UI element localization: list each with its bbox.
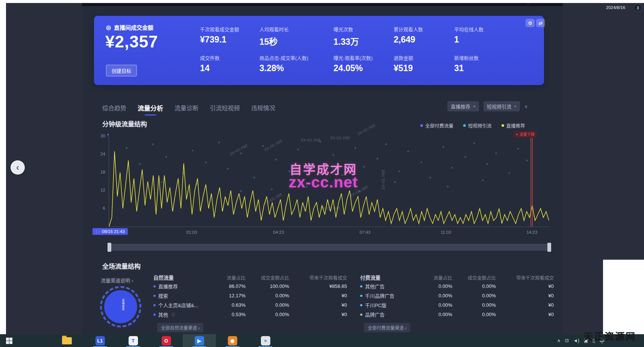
tab-3[interactable]: 流量诊断 [174,103,199,116]
column-header: 流量占比 [417,274,452,281]
overall-section-title: 全场流量结构 [102,261,141,271]
column-header: 流量占比 [210,274,245,281]
metric-value: 3.28% [259,63,331,73]
row-name: 千川品牌广告 [360,292,417,299]
swap-icon[interactable]: ⇄ [536,19,545,27]
settings-gear-icon[interactable]: ⚙ [526,19,535,27]
row-value: ¥0 [289,293,347,298]
row-dot [153,295,156,297]
input-method-indicator[interactable]: 中 [600,337,605,344]
time-cursor-badge[interactable]: ⋮⋮ 08/15 21:43 [92,228,128,235]
y-tick-label: 18 [90,170,105,174]
chevron-down-icon[interactable]: ∨ [524,104,528,109]
row-value: 0.00% [452,302,496,308]
row-dot [153,314,156,316]
x-tick-label: 11:03 [433,230,459,234]
taskbar-app-explorer[interactable] [50,334,83,347]
column-header: 带来千次观看成交 [496,274,554,281]
x-tick-label: 14:23 [519,230,545,234]
row-label: 其他 [158,311,168,318]
image-icon[interactable]: ▣ [584,338,588,343]
channel-explain-label: 流量渠道说明 [101,278,130,283]
row-value: 86.07% [210,283,245,289]
table-row: 品牌广告0.00%0.00%¥0 [360,310,554,319]
taskbar-app-notepad[interactable]: ≡ [249,334,282,347]
row-value: ¥0 [289,312,347,317]
row-value: 0.00% [417,293,452,298]
row-name: 搜索 [153,292,210,299]
all-natural-channels-link[interactable]: 全部自然流量渠道 › [157,323,203,332]
mic-icon[interactable]: ▯ [592,338,595,343]
app-l1-icon: L1 [95,336,105,345]
row-name: 千川PC版 [360,301,417,309]
info-icon[interactable]: ⓘ [171,312,175,317]
row-label: 搜索 [158,292,168,299]
row-dot [360,285,362,288]
metric: 商品点击-成交率(人数)3.28% [259,54,331,73]
legend-item[interactable]: 直播推荐 [502,122,525,129]
traffic-line-chart[interactable] [109,136,549,227]
row-value: 0.00% [417,283,452,289]
display-icon[interactable]: ⊡ [565,338,569,343]
taskbar-app-app-l1[interactable]: L1 [83,334,117,347]
table-header-row: 自然流量流量占比成交金额占比带来千次观看成交 [153,273,347,282]
donut-label: 直播推荐 [121,299,125,311]
tab-1[interactable]: 综合趋势 [102,103,126,116]
chart-range-slider[interactable] [109,244,550,251]
all-paid-channels-link[interactable]: 全部付费流量渠道 › [364,323,410,332]
back-button[interactable]: ‹ [11,160,25,175]
row-value: 12.17% [210,293,245,298]
table-row: 其他广告0.00%0.00%¥0 [360,282,554,291]
legend-item[interactable]: 全部付费流量 [420,122,453,129]
metric-label: 新增粉丝数 [454,54,526,61]
slider-handle-left[interactable] [108,243,111,252]
table-row: 其他ⓘ0.53%0.00%¥0 [153,310,347,319]
close-icon[interactable]: × [473,104,476,109]
chevron-up-icon[interactable]: ∧ [557,338,561,343]
filter-tag-label: 短视频引流 [487,103,511,110]
table-row: 个人主页&店铺&...0.63%0.00%¥0 [153,300,347,310]
filter-tag[interactable]: 短视频引流× [483,101,520,111]
row-dot [153,285,156,288]
column-header: 成交金额占比 [245,274,289,281]
filter-tag[interactable]: 直播推荐× [447,101,479,111]
y-tick-label: 12 [90,188,105,192]
notification-badge[interactable]: 3 [634,4,642,12]
windows-logo-icon [6,338,12,344]
table-title: 自然流量 [153,274,210,281]
tab-4[interactable]: 引流短视频 [210,103,240,116]
taskbar-app-teams[interactable]: T [117,334,150,347]
traffic-donut-chart[interactable]: 直播推荐 [100,286,141,327]
tab-5[interactable]: 违规情况 [251,103,275,116]
legend-item[interactable]: 短视频引流 [463,122,492,129]
row-value: 0.00% [245,293,289,298]
table-row: 搜索12.17%0.00%¥0 [153,291,347,300]
row-value: 0.00% [417,312,452,317]
window-controls[interactable]: ⋯ [526,2,531,6]
legend-label: 短视频引流 [468,122,492,129]
taskbar-app-oracle[interactable]: O [150,334,183,347]
speaker-icon[interactable]: ◄) [573,338,579,343]
taskbar-app-camera[interactable]: ◉ [216,334,249,347]
drag-handle-icon: ⋮⋮ [95,230,100,233]
teams-icon: T [129,336,138,345]
row-value: 0.00% [452,293,496,298]
warning-triangle-icon: ▲ [515,132,518,136]
taskbar-app-browser[interactable]: ▶ [183,334,216,347]
close-icon[interactable]: × [514,104,517,109]
y-tick-label: 24 [90,152,105,156]
filter-tag-label: 直播推荐 [451,103,470,110]
tab-2[interactable]: 流量分析 [138,103,163,116]
row-value: 0.63% [210,302,245,308]
metric-value: 15秒 [259,35,331,47]
row-value: ¥0 [289,302,347,308]
chevron-right-icon: › [132,278,133,283]
start-button[interactable] [0,334,18,347]
annotation-text: 流量下降 [520,131,535,137]
channel-explain-link[interactable]: 流量渠道说明 › [101,277,133,284]
row-value: 0.00% [452,283,496,289]
table-row: 千川PC版0.00%0.00%¥0 [360,300,554,310]
slider-handle-right[interactable] [547,243,551,252]
taskbar-apps: L1TO▶◉≡ [50,334,282,347]
notepad-icon: ≡ [261,336,270,345]
